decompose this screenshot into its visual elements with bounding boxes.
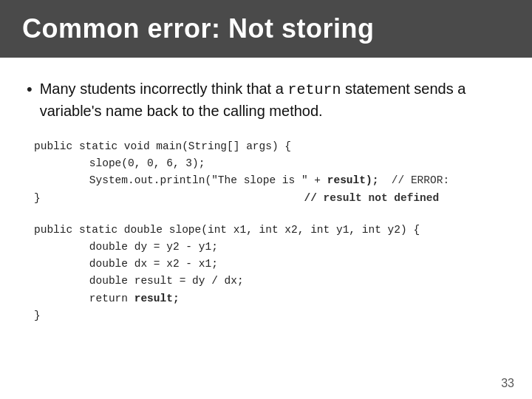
code-line: } xyxy=(34,307,505,324)
bullet-dot: • xyxy=(27,80,33,99)
page-number: 33 xyxy=(501,377,514,390)
code-line: } // result not defined xyxy=(34,190,505,207)
code-line: slope(0, 0, 6, 3); xyxy=(34,155,505,172)
code-block-slope: public static double slope(int x1, int x… xyxy=(27,222,505,324)
code-line: System.out.println("The slope is " + res… xyxy=(34,172,505,189)
code-block-main: public static void main(String[] args) {… xyxy=(27,138,505,207)
code-line: double dx = x2 - x1; xyxy=(34,256,505,273)
code-line: double dy = y2 - y1; xyxy=(34,239,505,256)
code-line: double result = dy / dx; xyxy=(34,273,505,290)
code-line: return result; xyxy=(34,290,505,307)
bullet-item: • Many students incorrectly think that a… xyxy=(27,78,505,122)
code-line: public static double slope(int x1, int x… xyxy=(34,222,505,239)
bullet-text: Many students incorrectly think that a r… xyxy=(40,78,505,122)
code-line: public static void main(String[] args) { xyxy=(34,138,505,155)
slide-title: Common error: Not storing xyxy=(22,13,375,44)
slide-header: Common error: Not storing xyxy=(0,0,532,58)
slide-content: • Many students incorrectly think that a… xyxy=(0,58,532,354)
